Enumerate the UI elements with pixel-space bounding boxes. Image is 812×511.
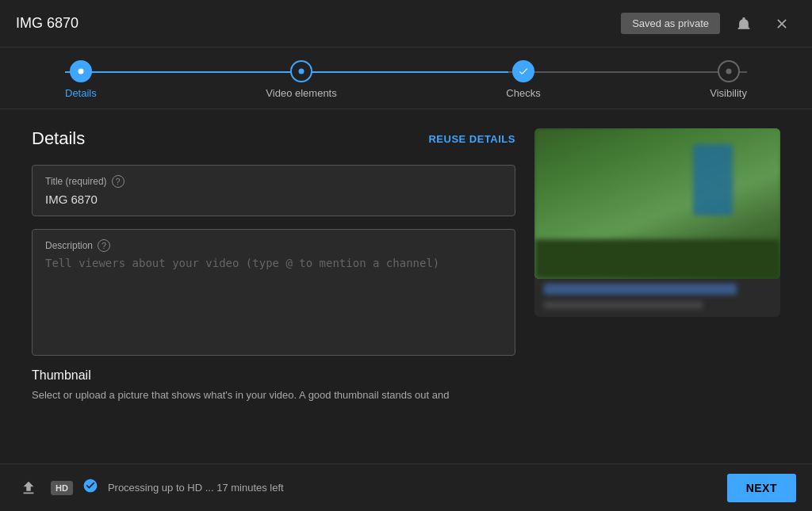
description-help-icon[interactable]: ? [98,239,110,252]
step-label-details: Details [65,87,97,99]
header: IMG 6870 Saved as private [0,0,812,48]
close-icon [774,16,790,32]
step-circle-details [70,60,92,82]
alert-button[interactable] [730,10,758,38]
svg-point-0 [78,69,83,74]
footer: HD Processing up to HD ... 17 minutes le… [0,463,812,511]
upload-icon [16,475,41,501]
svg-point-2 [726,69,731,74]
video-meta-blur [544,301,703,309]
checkmark-icon [518,66,529,77]
thumbnail-section: Thumbnail Select or upload a picture tha… [32,368,515,403]
description-textarea[interactable] [45,257,502,352]
step-visibility[interactable]: Visibility [710,60,747,99]
header-actions: Saved as private [621,10,796,38]
next-button[interactable]: NEXT [727,474,796,502]
hd-badge: HD [51,481,73,495]
saved-badge: Saved as private [621,13,720,34]
right-panel [534,128,780,449]
section-header: Details REUSE DETAILS [32,128,515,149]
upload-arrow-icon [20,479,37,497]
title-input[interactable] [45,193,502,206]
svg-point-1 [299,69,304,74]
step-visibility-icon [723,66,734,77]
title-field-group: Title (required) ? [32,165,515,216]
steps-container: Details Video elements Checks [65,60,747,99]
thumbnail-description: Select or upload a picture that shows wh… [32,387,515,403]
reuse-details-button[interactable]: REUSE DETAILS [428,133,515,145]
title-input-box[interactable]: Title (required) ? [32,165,515,216]
step-circle-video [290,60,312,82]
video-link-blur [544,284,737,295]
main-content: Details REUSE DETAILS Title (required) ?… [0,109,812,468]
step-details[interactable]: Details [65,60,97,99]
step-label-checks: Checks [506,87,540,99]
title-help-icon[interactable]: ? [112,175,124,188]
description-label: Description ? [45,239,502,252]
footer-left: HD Processing up to HD ... 17 minutes le… [16,475,284,501]
step-video-icon [296,66,307,77]
step-details-icon [75,66,86,77]
step-label-visibility: Visibility [710,87,747,99]
step-video-elements[interactable]: Video elements [266,60,336,99]
section-title: Details [32,128,85,149]
video-preview [534,128,780,279]
step-circle-visibility [718,60,740,82]
video-thumbnail [534,128,780,279]
description-input-box[interactable]: Description ? [32,229,515,356]
title-label: Title (required) ? [45,175,502,188]
description-field-group: Description ? [32,229,515,356]
close-button[interactable] [768,10,796,38]
thumbnail-title: Thumbnail [32,368,515,383]
processing-text: Processing up to HD ... 17 minutes left [108,482,284,494]
video-info-box [534,276,780,317]
circle-check-icon [82,478,98,494]
bell-icon [736,16,752,32]
left-panel: Details REUSE DETAILS Title (required) ?… [32,128,515,449]
step-label-video: Video elements [266,87,336,99]
step-checks[interactable]: Checks [506,60,540,99]
page-title: IMG 6870 [16,15,79,32]
step-circle-checks [512,60,534,82]
check-status-icon [82,478,98,498]
video-overlay [534,128,780,279]
steps-bar: Details Video elements Checks [0,48,812,109]
